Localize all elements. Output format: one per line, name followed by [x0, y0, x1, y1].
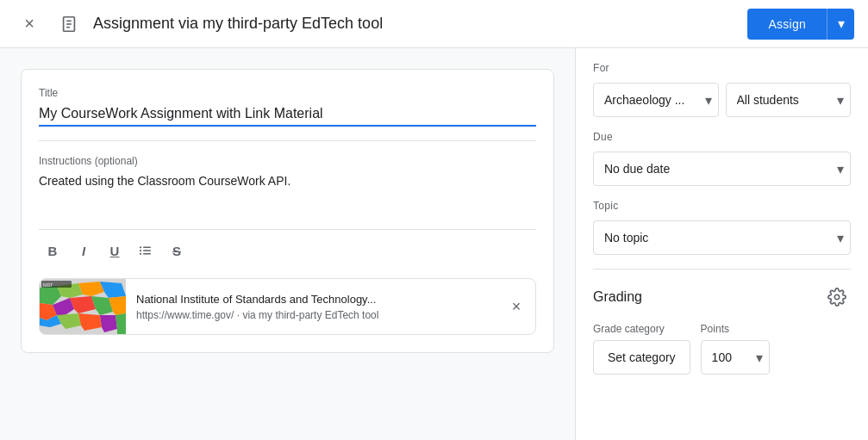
assignment-icon — [55, 10, 83, 38]
due-select[interactable]: No due date — [593, 152, 851, 186]
close-button[interactable]: × — [14, 9, 45, 40]
students-select[interactable]: All students — [726, 83, 852, 117]
title-input[interactable] — [39, 102, 536, 127]
svg-rect-5 — [143, 247, 151, 249]
assignment-card: Title Instructions (optional) Created us… — [21, 69, 554, 353]
instructions-text[interactable]: Created using the Classroom CourseWork A… — [39, 170, 536, 222]
grading-header: Grading — [593, 283, 851, 311]
svg-rect-9 — [143, 253, 151, 255]
for-row: Archaeology ... ▾ All students ▾ — [593, 83, 851, 117]
attachment-close-button[interactable]: × — [501, 291, 532, 322]
left-panel: Title Instructions (optional) Created us… — [0, 48, 575, 440]
points-label: Points — [701, 323, 770, 335]
svg-point-8 — [140, 253, 141, 255]
section-divider — [593, 269, 851, 270]
instructions-label: Instructions (optional) — [39, 155, 536, 167]
close-icon: × — [24, 14, 34, 34]
set-category-button[interactable]: Set category — [593, 340, 690, 375]
topbar: × Assignment via my third-party EdTech t… — [0, 0, 868, 48]
students-select-wrapper: All students ▾ — [726, 83, 852, 117]
svg-point-4 — [140, 246, 141, 248]
attachment-url: https://www.time.gov/ · via my third-par… — [136, 309, 490, 321]
main-layout: Title Instructions (optional) Created us… — [0, 48, 868, 440]
text-toolbar: B I U S — [39, 229, 536, 264]
title-label: Title — [39, 87, 536, 99]
assign-group: Assign ▾ — [747, 9, 854, 40]
topic-select-wrapper: No topic ▾ — [593, 220, 851, 255]
topic-select[interactable]: No topic — [593, 220, 851, 255]
strikethrough-button[interactable]: S — [163, 237, 190, 264]
page-title: Assignment via my third-party EdTech too… — [93, 15, 737, 33]
underline-button[interactable]: U — [101, 237, 128, 264]
grade-category-col: Grade category Set category — [593, 323, 690, 375]
list-button[interactable] — [132, 237, 159, 264]
grading-title: Grading — [593, 289, 642, 305]
class-select[interactable]: Archaeology ... — [593, 83, 719, 117]
for-label: For — [593, 62, 851, 74]
svg-text:NIST: NIST — [43, 282, 53, 288]
attachment-thumbnail: NIST — [40, 279, 126, 334]
assign-dropdown-button[interactable]: ▾ — [827, 9, 854, 40]
points-wrapper: 100 ▾ — [701, 340, 770, 375]
attachment-title: National Institute of Standards and Tech… — [136, 293, 490, 306]
svg-point-27 — [834, 294, 840, 300]
due-select-wrapper: No due date ▾ — [593, 152, 851, 186]
assign-button[interactable]: Assign — [747, 9, 827, 40]
settings-icon[interactable] — [823, 283, 851, 311]
chevron-down-icon: ▾ — [838, 15, 845, 32]
grade-category-label: Grade category — [593, 323, 690, 335]
bold-button[interactable]: B — [39, 237, 66, 264]
attachment-card: NIST National Institute of Standards and… — [39, 278, 536, 335]
topic-label: Topic — [593, 200, 851, 212]
svg-rect-7 — [143, 250, 151, 251]
points-col: Points 100 ▾ — [701, 323, 770, 375]
divider-1 — [39, 140, 536, 141]
svg-point-6 — [140, 250, 141, 251]
points-select[interactable]: 100 — [701, 340, 770, 375]
italic-button[interactable]: I — [70, 237, 97, 264]
grading-row: Grade category Set category Points 100 ▾ — [593, 323, 851, 375]
right-panel: For Archaeology ... ▾ All students ▾ Due… — [575, 48, 868, 440]
due-label: Due — [593, 131, 851, 143]
attachment-info: National Institute of Standards and Tech… — [126, 286, 501, 328]
class-select-wrapper: Archaeology ... ▾ — [593, 83, 719, 117]
